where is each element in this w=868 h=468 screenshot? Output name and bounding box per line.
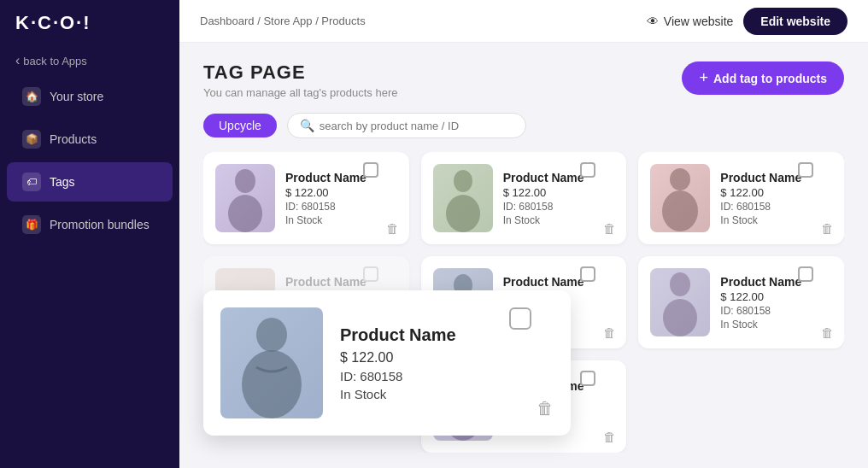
expanded-product-status: In Stock [340,387,554,401]
product-card-1: Product Name $ 122.00 ID: 680158 In Stoc… [203,152,409,244]
sidebar-back-button[interactable]: back to Apps [0,46,179,75]
page-subtitle: You can manage all tag's products here [203,86,398,99]
product-status-3: In Stock [720,214,832,226]
product-name-6: Product Name [720,275,832,289]
sidebar-item-tags[interactable]: 🏷 Tags [7,162,173,202]
sidebar: K·C·O·! back to Apps 🏠 Your store 📦 Prod… [0,0,179,468]
product-delete-3[interactable]: 🗑 [821,221,834,236]
sidebar-item-label-products: Products [50,132,97,146]
topbar: Dashboard / Store App / Products 👁 View … [179,0,868,43]
product-checkbox-2[interactable] [580,162,595,178]
product-name-5: Product Name [503,275,615,289]
expanded-product-image [220,307,323,418]
product-name-1: Product Name [285,171,397,184]
main-area: Dashboard / Store App / Products 👁 View … [179,0,868,468]
product-name-3: Product Name [720,171,832,184]
product-status-6: In Stock [720,319,832,331]
page-title-block: TAG PAGE You can manage all tag's produc… [203,61,398,99]
products-icon: 📦 [22,130,41,149]
product-price-1: $ 122.00 [285,186,397,199]
product-card-2: Product Name $ 122.00 ID: 680158 In Stoc… [421,152,627,244]
sidebar-item-promotion-bundles[interactable]: 🎁 Promotion bundles [7,205,173,244]
product-checkbox-1[interactable] [363,162,378,178]
plus-icon: + [699,69,708,87]
content-area: TAG PAGE You can manage all tag's produc… [179,43,868,468]
svg-point-1 [228,195,262,232]
sidebar-item-label-your-store: Your store [50,90,103,103]
filter-row: Upcycle 🔍 [203,113,844,138]
expanded-product-checkbox[interactable] [509,307,531,330]
product-price-6: $ 122.00 [720,290,832,303]
sidebar-item-products[interactable]: 📦 Products [7,120,173,159]
expanded-product-price: $ 122.00 [340,350,554,366]
view-website-button[interactable]: 👁 View website [647,15,733,28]
sidebar-item-label-promotion-bundles: Promotion bundles [50,218,150,231]
product-card-6: Product Name $ 122.00 ID: 680158 In Stoc… [638,256,844,348]
product-checkbox-4[interactable] [363,266,378,282]
product-status-2: In Stock [503,214,615,226]
expanded-product-card: Product Name $ 122.00 ID: 680158 In Stoc… [203,290,571,436]
svg-point-13 [242,350,302,418]
product-id-1: ID: 680158 [285,201,397,213]
expanded-product-info: Product Name $ 122.00 ID: 680158 In Stoc… [340,325,554,401]
svg-point-9 [663,299,697,336]
product-delete-1[interactable]: 🗑 [386,221,399,236]
svg-point-4 [670,168,690,190]
topbar-actions: 👁 View website Edit website [647,8,847,35]
search-box: 🔍 [287,113,526,138]
product-info-1: Product Name $ 122.00 ID: 680158 In Stoc… [285,171,397,226]
svg-point-5 [662,190,698,231]
product-info-6: Product Name $ 122.00 ID: 680158 In Stoc… [720,275,832,331]
sidebar-item-label-tags: Tags [50,175,75,189]
product-image-1 [215,164,275,232]
sidebar-logo: K·C·O·! [0,0,179,46]
product-price-2: $ 122.00 [503,186,615,199]
product-checkbox-8[interactable] [580,371,595,386]
product-name-4: Product Name [285,275,397,289]
product-delete-6[interactable]: 🗑 [821,325,834,340]
breadcrumb: Dashboard / Store App / Products [200,15,366,27]
eye-icon: 👁 [647,15,659,28]
promotion-icon: 🎁 [22,215,41,234]
tags-icon: 🏷 [22,173,41,191]
add-tag-button[interactable]: + Add tag to products [682,61,844,95]
product-card-3: Product Name $ 122.00 ID: 680158 In Stoc… [638,152,844,244]
product-delete-2[interactable]: 🗑 [603,221,616,236]
product-info-2: Product Name $ 122.00 ID: 680158 In Stoc… [503,171,615,226]
product-id-2: ID: 680158 [503,201,615,213]
expanded-product-delete[interactable]: 🗑 [537,399,554,418]
expanded-product-id: ID: 680158 [340,369,554,383]
svg-point-0 [235,169,255,193]
product-delete-5[interactable]: 🗑 [603,325,616,340]
content-header: TAG PAGE You can manage all tag's produc… [203,61,844,99]
store-icon: 🏠 [22,87,41,106]
product-checkbox-5[interactable] [580,266,595,282]
search-icon: 🔍 [300,119,314,132]
product-id-3: ID: 680158 [720,201,832,213]
product-id-6: ID: 680158 [720,305,832,317]
edit-website-button[interactable]: Edit website [743,8,847,35]
product-image-3 [650,164,710,232]
page-title: TAG PAGE [203,61,398,84]
svg-point-12 [256,318,287,352]
search-input[interactable] [320,120,513,132]
product-price-3: $ 122.00 [720,186,832,199]
product-status-1: In Stock [285,214,397,226]
product-checkbox-6[interactable] [798,266,813,282]
sidebar-item-your-store[interactable]: 🏠 Your store [7,77,173,116]
upcycle-filter-button[interactable]: Upcycle [203,114,277,137]
product-image-6 [650,268,710,336]
svg-point-2 [454,170,472,192]
product-image-2 [433,164,493,232]
product-info-3: Product Name $ 122.00 ID: 680158 In Stoc… [720,171,832,226]
svg-point-8 [670,272,690,296]
product-name-2: Product Name [503,171,615,184]
svg-point-3 [446,195,480,232]
product-delete-8[interactable]: 🗑 [603,430,616,444]
product-checkbox-3[interactable] [798,162,813,178]
